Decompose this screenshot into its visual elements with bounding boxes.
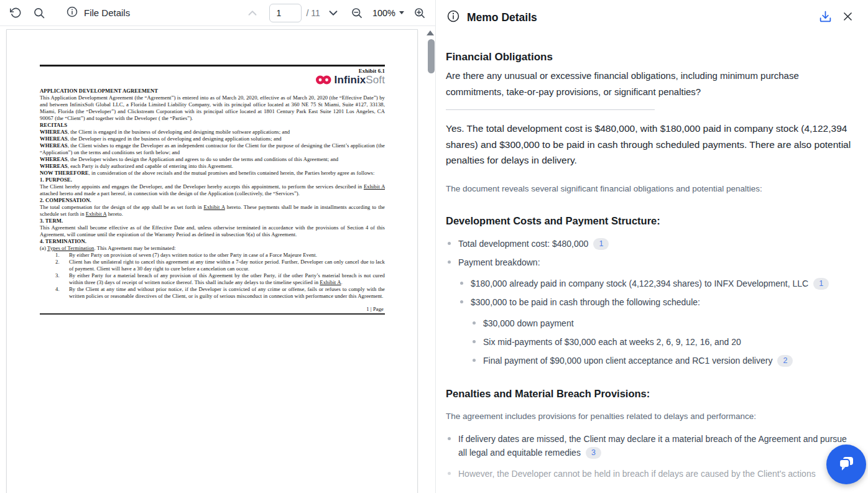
memo-question: Are there any unusual or excessive finan… (446, 68, 838, 100)
undo-button[interactable] (6, 4, 25, 22)
pdf-page: Exhibit 6.1 InfinixSoft APPLICATION DEVE… (6, 29, 418, 493)
term-heading: 3. TERM. (40, 218, 385, 224)
chevron-up-icon (246, 6, 259, 20)
penalties-list: If delivery dates are missed, the Client… (446, 432, 858, 481)
whereas-clause: WHEREAS, the Client wishes to engage the… (40, 142, 385, 156)
whereas-clause: WHEREAS, the Developer wishes to design … (40, 156, 385, 163)
termination-item: 4. By the Client at any time and without… (40, 286, 385, 300)
whereas-clause: WHEREAS, the Developer is engaged in the… (40, 136, 385, 142)
list-item: Payment breakdown: $180,000 already paid… (446, 256, 858, 367)
types-of-termination-line: (a) Types of Termination. This Agreement… (40, 245, 385, 252)
page-up-button[interactable] (243, 4, 262, 22)
penalties-note: The agreement includes provisions for pe… (446, 410, 858, 422)
document-bottom-rule (40, 313, 385, 315)
zoom-out-button[interactable] (348, 4, 366, 22)
download-memo-button[interactable] (816, 8, 834, 27)
zoom-level-value: 100% (372, 8, 395, 18)
recitals-heading: RECITALS (40, 122, 385, 129)
logo-text-bold: Infinix (335, 74, 366, 86)
purpose-paragraph: The Client hereby appoints and engages t… (40, 183, 385, 197)
memo-answer-summary: Yes. The total development cost is $480,… (446, 121, 858, 168)
document-scroll-area: Exhibit 6.1 InfinixSoft APPLICATION DEVE… (0, 26, 435, 493)
compensation-heading: 2. COMPENSATION. (40, 197, 385, 204)
file-details-label: File Details (84, 7, 130, 18)
pdf-viewer-panel: File Details / 11 100% (0, 0, 435, 493)
intro-paragraph: This Application Development Agreement (… (40, 94, 385, 122)
citation-pill[interactable]: 1 (593, 238, 609, 250)
list-item: $300,000 to be paid in cash through the … (458, 295, 858, 367)
close-icon (842, 11, 854, 24)
zoom-out-icon (351, 7, 363, 19)
citation-pill[interactable]: 2 (777, 355, 793, 367)
list-item: $30,000 down payment (471, 316, 858, 330)
page-down-button[interactable] (324, 4, 343, 22)
memo-header: Memo Details (436, 0, 868, 35)
pdf-toolbar: File Details / 11 100% (0, 0, 435, 26)
memo-panel-title: Memo Details (467, 11, 537, 24)
chat-button[interactable] (826, 445, 866, 484)
dev-costs-heading: Development Costs and Payment Structure: (446, 215, 858, 227)
scrollbar-up-arrow[interactable] (427, 30, 434, 35)
memo-panel: Memo Details Financial Obligations Are t… (435, 0, 868, 493)
document-top-rule (40, 65, 385, 67)
info-icon (446, 9, 460, 25)
citation-pill[interactable]: 3 (586, 447, 601, 459)
zoom-in-button[interactable] (410, 4, 429, 22)
dev-costs-list: Total development cost: $480,0001 Paymen… (446, 237, 858, 367)
search-button[interactable] (30, 4, 48, 22)
exhibit-label: Exhibit 6.1 (40, 68, 385, 75)
termination-heading: 4. TERMINATION. (40, 238, 385, 245)
question-answer-divider (446, 109, 655, 110)
scrollbar-thumb[interactable] (428, 39, 435, 73)
caret-down-icon (399, 11, 404, 14)
list-item: Six mid-payments of $30,000 each at week… (471, 335, 858, 349)
zoom-in-icon (413, 7, 426, 19)
info-icon (66, 6, 78, 20)
document-title: APPLICATION DEVELOPMENT AGREEMENT (40, 88, 385, 94)
search-icon (33, 7, 45, 19)
logo-text-light: Soft (366, 74, 385, 86)
chat-bubbles-icon (836, 454, 856, 476)
now-therefore-paragraph: NOW THEREFORE, in consideration of the a… (40, 170, 385, 177)
compensation-paragraph: The total compensation for the design of… (40, 204, 385, 218)
document-footer: 1 | Page (40, 306, 385, 315)
list-item: $180,000 already paid in company stock (… (458, 277, 858, 290)
memo-section-title: Financial Obligations (446, 51, 858, 63)
purpose-heading: 1. PURPOSE. (40, 177, 385, 183)
zoom-level-dropdown[interactable]: 100% (372, 8, 404, 18)
infinixsoft-logo: InfinixSoft (40, 75, 385, 85)
close-panel-button[interactable] (838, 8, 857, 27)
undo-icon (10, 7, 22, 19)
download-icon (819, 10, 832, 25)
list-item: If delivery dates are missed, the Client… (446, 432, 856, 459)
citation-pill[interactable]: 1 (813, 278, 829, 290)
termination-item: 3. By either Party for a material breach… (40, 272, 385, 286)
whereas-clause: WHEREAS, the Client is engaged in the bu… (40, 129, 385, 136)
list-item: However, the Developer cannot be held in… (446, 467, 858, 481)
file-details-button[interactable]: File Details (66, 6, 130, 20)
term-paragraph: This Agreement shall become effective as… (40, 224, 385, 238)
termination-item: 2. Client has the unilateral right to ca… (40, 259, 385, 272)
memo-content: Financial Obligations Are there any unus… (436, 35, 868, 481)
list-item: Final payment of $90,000 upon client acc… (471, 354, 858, 367)
page-number-input[interactable] (269, 4, 302, 22)
termination-item: 1. By either Party on provision of seven… (40, 252, 385, 259)
memo-intro-note: The document reveals several significant… (446, 183, 858, 195)
app-window: File Details / 11 100% (0, 0, 868, 493)
penalties-heading: Penalties and Material Breach Provisions… (446, 388, 858, 400)
whereas-clause: WHEREAS, each Party is duly authorized a… (40, 163, 385, 170)
page-footer-label: 1 | Page (40, 306, 385, 313)
infinity-icon (315, 74, 335, 86)
page-total-label: / 11 (307, 8, 320, 18)
chevron-down-icon (326, 6, 340, 20)
list-item: Total development cost: $480,0001 (446, 237, 858, 251)
